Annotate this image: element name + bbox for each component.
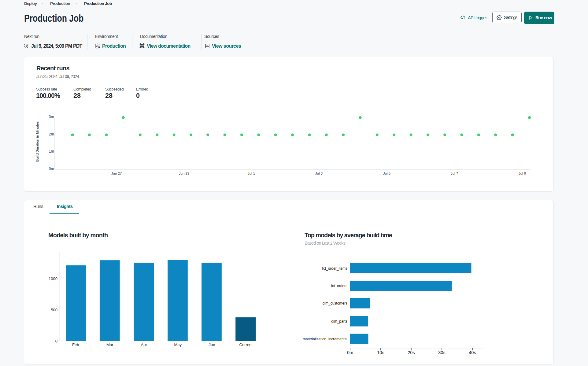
svg-text:Jul 3: Jul 3: [315, 172, 323, 175]
svg-text:0m: 0m: [347, 350, 353, 355]
svg-text:40s: 40s: [469, 350, 476, 355]
svg-text:May: May: [174, 342, 182, 347]
svg-text:fct_order_items: fct_order_items: [322, 266, 347, 271]
svg-text:20s: 20s: [408, 350, 415, 355]
svg-text:10s: 10s: [377, 350, 384, 355]
svg-text:Jul 1: Jul 1: [248, 172, 255, 175]
svg-text:500: 500: [51, 308, 57, 312]
svg-text:dim_customers: dim_customers: [323, 301, 347, 305]
svg-text:materialization_incremental: materialization_incremental: [303, 337, 347, 341]
svg-text:3m: 3m: [49, 115, 54, 119]
svg-text:Current: Current: [239, 342, 253, 347]
svg-text:Apr: Apr: [141, 342, 147, 347]
svg-text:Jul 7: Jul 7: [451, 172, 458, 175]
svg-text:Jun: Jun: [209, 342, 215, 347]
svg-text:Jun 27: Jun 27: [111, 172, 122, 175]
svg-text:30s: 30s: [438, 350, 445, 355]
svg-text:0m: 0m: [49, 167, 54, 171]
svg-text:1000: 1000: [49, 276, 57, 281]
svg-text:fct_orders: fct_orders: [331, 284, 347, 288]
svg-text:Jul 5: Jul 5: [383, 172, 390, 175]
svg-text:Mar: Mar: [106, 342, 113, 347]
svg-text:Feb: Feb: [72, 342, 79, 347]
svg-text:0: 0: [55, 339, 57, 343]
svg-text:dim_parts: dim_parts: [331, 319, 347, 323]
svg-text:Jun 29: Jun 29: [179, 172, 190, 175]
svg-text:Jul 9: Jul 9: [519, 172, 526, 175]
svg-text:1m: 1m: [49, 149, 54, 153]
svg-text:2m: 2m: [49, 132, 54, 136]
